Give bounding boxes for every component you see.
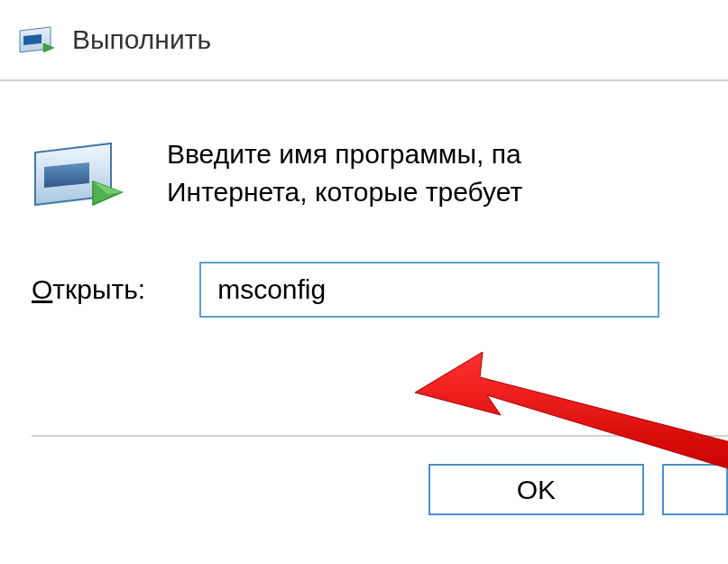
cancel-button-partial[interactable]: [662, 464, 728, 515]
dialog-content: Введите имя программы, па Интернета, кот…: [0, 81, 728, 515]
run-icon-large: [32, 140, 126, 212]
button-row: OK: [32, 435, 728, 515]
titlebar: Выполнить: [0, 0, 728, 81]
command-input[interactable]: [199, 262, 659, 318]
open-label: Открыть:: [32, 274, 145, 305]
description-text: Введите имя программы, па Интернета, кот…: [167, 135, 522, 211]
run-icon: [18, 25, 56, 54]
ok-button[interactable]: OK: [429, 464, 644, 515]
titlebar-title: Выполнить: [72, 24, 211, 55]
